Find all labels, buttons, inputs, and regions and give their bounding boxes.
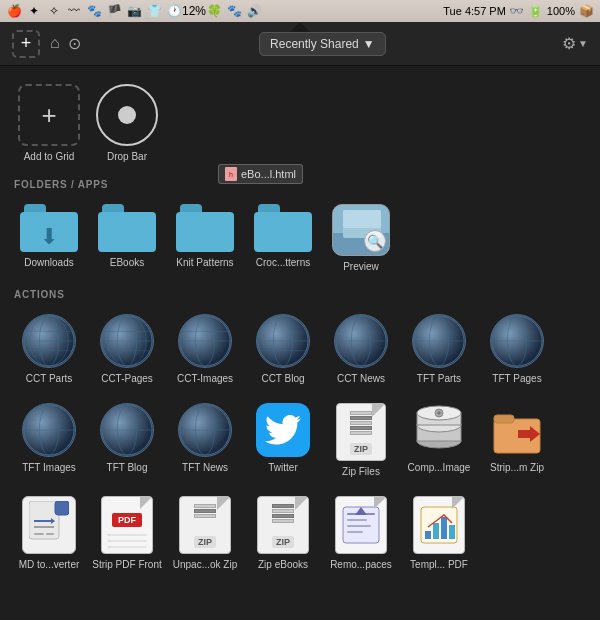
unpack-zip-item[interactable]: ZIP Unpac...ok Zip: [166, 490, 244, 570]
cct-blog-icon: [256, 314, 310, 368]
cct-images-label: CCT-Images: [177, 372, 233, 385]
menu-time: Tue 4:57 PM: [443, 5, 506, 17]
sound-icon: 🔊: [246, 3, 262, 19]
globe-svg-tft-images: [23, 404, 75, 456]
cct-news-item[interactable]: CCT News: [322, 308, 400, 391]
tft-blog-label: TFT Blog: [107, 461, 148, 474]
svg-rect-68: [347, 531, 363, 533]
downloads-item[interactable]: ⬇ Downloads: [10, 198, 88, 279]
cct-pages-icon: [100, 314, 154, 368]
twitter-item[interactable]: Twitter: [244, 397, 322, 484]
crochet-folder-icon: [254, 204, 312, 252]
strip-pdf-icon: PDF: [101, 496, 153, 554]
zip-ebooks-item[interactable]: ZIP Zip eBooks: [244, 490, 322, 570]
drop-bar-label: Drop Bar: [107, 150, 147, 163]
battery-percent: 100%: [547, 5, 575, 17]
cct-parts-item[interactable]: CCT Parts: [10, 308, 88, 391]
actions-row1: CCT Parts CCT-Pages: [0, 304, 600, 393]
percent-label: 12%: [186, 3, 202, 19]
comp-image-svg: [412, 403, 466, 457]
drop-bar-item[interactable]: Drop Bar: [88, 78, 166, 169]
comp-image-icon: [412, 403, 466, 457]
globe-svg-cct-parts: [23, 315, 75, 367]
strip-pdf-label: Strip PDF Front: [92, 558, 161, 570]
app-icon4: 👕: [146, 3, 162, 19]
zip-stripes: [350, 410, 372, 436]
tft-parts-item[interactable]: TFT Parts: [400, 308, 478, 391]
tft-news-item[interactable]: TFT News: [166, 397, 244, 484]
templ-pdf-label: Templ... PDF: [410, 558, 468, 570]
crochet-patterns-item[interactable]: Croc...tterns: [244, 198, 322, 279]
zip-files-item[interactable]: ZIP Zip Files: [322, 397, 400, 484]
zip-badge: ZIP: [350, 443, 372, 455]
strip-pdf-item[interactable]: PDF Strip PDF Front: [88, 490, 166, 570]
cct-blog-item[interactable]: CCT Blog: [244, 308, 322, 391]
knit-patterns-label: Knit Patterns: [176, 256, 233, 269]
templ-pdf-item[interactable]: Templ... PDF: [400, 490, 478, 570]
tft-pages-item[interactable]: TFT Pages: [478, 308, 556, 391]
add-to-grid-icon: +: [18, 84, 80, 146]
globe-svg-tft-pages: [491, 315, 543, 367]
gear-button[interactable]: ⚙ ▼: [562, 34, 588, 53]
zip-ebooks-label: Zip eBooks: [258, 558, 308, 570]
comp-image-item[interactable]: Comp...Image: [400, 397, 478, 484]
star-icon: ✦: [26, 3, 42, 19]
gear-icon: ⚙: [562, 34, 576, 53]
file-thumb-icon: h: [225, 167, 237, 181]
zip-corner: [372, 404, 385, 417]
cct-parts-label: CCT Parts: [26, 372, 73, 385]
toolbar-left: + ⌂ ⊙: [12, 30, 83, 58]
svg-rect-73: [441, 517, 447, 539]
remove-spaces-item[interactable]: Remo...paces: [322, 490, 400, 570]
cct-news-icon: [334, 314, 388, 368]
cct-pages-label: CCT-Pages: [101, 372, 153, 385]
add-button[interactable]: +: [12, 30, 40, 58]
recently-shared-dropdown[interactable]: Recently Shared ▼: [259, 32, 386, 56]
tft-parts-icon: [412, 314, 466, 368]
wavy-icon: 〰: [66, 3, 82, 19]
glasses-icon: 👓: [509, 3, 525, 19]
tft-images-item[interactable]: TFT Images: [10, 397, 88, 484]
battery-icon: 🔋: [528, 3, 544, 19]
strip-zip-item[interactable]: Strip...m Zip: [478, 397, 556, 484]
zip-ebooks-icon: ZIP: [257, 496, 309, 554]
tft-blog-icon: [100, 403, 154, 457]
cct-pages-item[interactable]: CCT-Pages: [88, 308, 166, 391]
preview-magnifier-icon: 🔍: [364, 230, 386, 252]
svg-rect-3: [343, 210, 381, 228]
templ-pdf-svg: [419, 503, 459, 547]
globe-svg-cct-blog: [257, 315, 309, 367]
downloads-folder-icon: ⬇: [20, 204, 78, 252]
actions-row2: TFT Images TFT Blog: [0, 393, 600, 486]
app-icon2: 🏴: [106, 3, 122, 19]
cct-parts-icon: [22, 314, 76, 368]
ebooks-item[interactable]: EBooks: [88, 198, 166, 279]
md-converter-item[interactable]: MD to...verter: [10, 490, 88, 570]
tft-blog-item[interactable]: TFT Blog: [88, 397, 166, 484]
add-to-grid-item[interactable]: + Add to Grid: [10, 78, 88, 169]
add-to-grid-label: Add to Grid: [24, 150, 75, 163]
globe-svg-tft-parts: [413, 315, 465, 367]
dragging-file-name: eBo...l.html: [241, 168, 296, 180]
knit-patterns-item[interactable]: Knit Patterns: [166, 198, 244, 279]
md-converter-svg: [29, 501, 69, 549]
tft-pages-label: TFT Pages: [492, 372, 541, 385]
preview-label: Preview: [343, 260, 379, 273]
comp-image-label: Comp...Image: [408, 461, 471, 474]
dropdown-label: Recently Shared: [270, 37, 359, 51]
paw-icon: 🐾: [226, 3, 242, 19]
cct-images-item[interactable]: CCT-Images: [166, 308, 244, 391]
home-icon[interactable]: ⌂: [48, 32, 62, 55]
knit-folder-icon: [176, 204, 234, 252]
twitter-icon: [256, 403, 310, 457]
dropbox-icon: 📦: [578, 3, 594, 19]
md-converter-icon: [22, 496, 76, 554]
preview-item[interactable]: 🔍 Preview: [322, 198, 400, 279]
actions-row3: MD to...verter PDF Strip PDF Front: [0, 486, 600, 570]
svg-rect-55: [55, 501, 69, 515]
refresh-icon[interactable]: ⊙: [66, 32, 83, 55]
apple-icon: 🍎: [6, 3, 22, 19]
cct-news-label: CCT News: [337, 372, 385, 385]
sparkle-icon: ✧: [46, 3, 62, 19]
scroll-area[interactable]: h eBo...l.html + Add to Grid Drop Bar FO…: [0, 66, 600, 570]
